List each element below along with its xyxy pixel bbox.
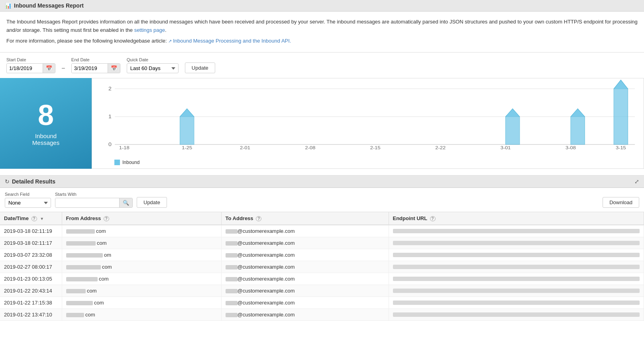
- end-date-label: End Date: [71, 57, 120, 62]
- stats-number: 8: [38, 101, 54, 129]
- svg-text:2-01: 2-01: [240, 145, 250, 150]
- endpoint-help-icon[interactable]: ?: [430, 216, 436, 221]
- svg-marker-8: [506, 117, 520, 144]
- cell-datetime: 2019-01-22 17:15:38: [0, 297, 62, 309]
- svg-text:1-18: 1-18: [119, 145, 130, 150]
- search-field-select[interactable]: None From Address To Address Endpoint UR…: [5, 198, 51, 208]
- starts-with-field: Starts With 🔍: [55, 192, 133, 208]
- date-controls: Start Date 📅 – End Date 📅 Quick Date Las…: [0, 53, 644, 78]
- table-row: 2019-01-22 13:47:10 com@customerexample.…: [0, 309, 644, 321]
- cell-from: com: [62, 225, 221, 237]
- quick-date-field: Quick Date Last 7 Days Last 30 Days Last…: [127, 57, 179, 73]
- col-header-datetime: Date/Time ? ▼: [0, 212, 62, 225]
- end-date-input[interactable]: [72, 64, 108, 73]
- cell-endpoint: [389, 297, 644, 309]
- svg-text:2-08: 2-08: [305, 145, 315, 150]
- page-wrapper: 📊 Inbound Messages Report The Inbound Me…: [0, 0, 644, 363]
- chart-legend: Inbound: [98, 160, 637, 165]
- results-header-left: ↻ Detailed Results: [5, 178, 55, 185]
- refresh-icon[interactable]: ↻: [5, 178, 10, 185]
- cell-endpoint: [389, 261, 644, 273]
- start-date-input[interactable]: [7, 64, 43, 73]
- settings-page-link[interactable]: settings page: [134, 27, 165, 33]
- legend-swatch-inbound: [114, 160, 120, 165]
- cell-from: com: [62, 261, 221, 273]
- date-update-button[interactable]: Update: [185, 62, 215, 73]
- cell-from: com: [62, 297, 221, 309]
- starts-with-input[interactable]: [55, 198, 119, 207]
- col-header-to: To Address ?: [221, 212, 389, 225]
- search-update-button[interactable]: Update: [137, 197, 167, 208]
- cell-to: @customerexample.com: [221, 309, 389, 321]
- cell-endpoint: [389, 225, 644, 237]
- from-help-icon[interactable]: ?: [104, 216, 109, 221]
- cell-endpoint: [389, 285, 644, 297]
- datetime-sort-icon[interactable]: ▼: [40, 217, 44, 221]
- description-p1: The Inbound Messages Report provides inf…: [6, 18, 638, 35]
- results-section-header: ↻ Detailed Results ⤢: [0, 176, 644, 188]
- start-date-calendar-icon[interactable]: 📅: [43, 64, 55, 73]
- cell-from: com: [62, 309, 221, 321]
- table-row: 2019-03-18 02:11:17 com@customerexample.…: [0, 237, 644, 249]
- search-field-label: Search Field: [5, 192, 51, 197]
- starts-with-label: Starts With: [55, 192, 133, 197]
- kb-article-link[interactable]: ↗Inbound Message Processing and the Inbo…: [168, 38, 291, 44]
- end-date-input-wrapper: 📅: [71, 63, 120, 73]
- svg-marker-10: [614, 89, 628, 144]
- to-help-icon[interactable]: ?: [256, 216, 261, 221]
- svg-text:3-01: 3-01: [501, 145, 511, 150]
- cell-from: com: [62, 237, 221, 249]
- cell-datetime: 2019-01-22 20:43:14: [0, 285, 62, 297]
- table-body: 2019-03-18 02:11:19 com@customerexample.…: [0, 225, 644, 321]
- cell-datetime: 2019-03-07 23:32:08: [0, 249, 62, 261]
- table-row: 2019-01-22 20:43:14 com@customerexample.…: [0, 285, 644, 297]
- chart-section: 8 InboundMessages 2 1 0: [0, 78, 644, 175]
- line-chart: 2 1 0: [98, 85, 637, 148]
- quick-date-select[interactable]: Last 7 Days Last 30 Days Last 60 Days La…: [127, 63, 179, 73]
- search-input-wrapper: 🔍: [55, 198, 133, 208]
- cell-to: @customerexample.com: [221, 297, 389, 309]
- cell-to: @customerexample.com: [221, 249, 389, 261]
- stats-label: InboundMessages: [32, 133, 59, 146]
- cell-datetime: 2019-03-18 02:11:17: [0, 237, 62, 249]
- legend-label-inbound: Inbound: [122, 160, 139, 165]
- search-button[interactable]: 🔍: [119, 198, 132, 207]
- download-button[interactable]: Download: [603, 197, 639, 208]
- end-date-calendar-icon[interactable]: 📅: [108, 64, 120, 73]
- report-icon: 📊: [5, 2, 12, 9]
- stats-box: 8 InboundMessages: [0, 78, 92, 169]
- table-header-row: Date/Time ? ▼ From Address ? To Address …: [0, 212, 644, 225]
- table-row: 2019-03-07 23:32:08 om@customerexample.c…: [0, 249, 644, 261]
- cell-to: @customerexample.com: [221, 273, 389, 285]
- svg-text:1-25: 1-25: [182, 145, 192, 150]
- expand-icon[interactable]: ⤢: [634, 178, 639, 185]
- description-area: The Inbound Messages Report provides inf…: [0, 12, 644, 53]
- svg-text:3-08: 3-08: [565, 145, 576, 150]
- cell-from: om: [62, 249, 221, 261]
- svg-marker-9: [571, 117, 585, 144]
- start-date-label: Start Date: [6, 57, 55, 62]
- svg-text:2-15: 2-15: [370, 145, 381, 150]
- cell-to: @customerexample.com: [221, 261, 389, 273]
- cell-datetime: 2019-01-23 00:13:05: [0, 273, 62, 285]
- chart-container: 2 1 0: [98, 85, 637, 156]
- cell-endpoint: [389, 249, 644, 261]
- cell-endpoint: [389, 273, 644, 285]
- quick-date-label: Quick Date: [127, 57, 179, 62]
- svg-text:2-22: 2-22: [435, 145, 446, 150]
- start-date-field: Start Date 📅: [6, 57, 55, 73]
- col-header-endpoint: Endpoint URL ?: [389, 212, 644, 225]
- cell-to: @customerexample.com: [221, 285, 389, 297]
- cell-datetime: 2019-01-22 13:47:10: [0, 309, 62, 321]
- external-link-icon: ↗: [168, 39, 172, 43]
- svg-text:0: 0: [108, 142, 112, 147]
- svg-text:2: 2: [108, 86, 112, 92]
- end-date-field: End Date 📅: [71, 57, 120, 73]
- cell-from: com: [62, 285, 221, 297]
- cell-to: @customerexample.com: [221, 237, 389, 249]
- svg-text:1: 1: [108, 114, 112, 119]
- datetime-help-icon[interactable]: ?: [31, 216, 37, 221]
- table-row: 2019-02-27 08:00:17 com@customerexample.…: [0, 261, 644, 273]
- report-title: Inbound Messages Report: [14, 2, 84, 9]
- svg-marker-7: [180, 117, 194, 144]
